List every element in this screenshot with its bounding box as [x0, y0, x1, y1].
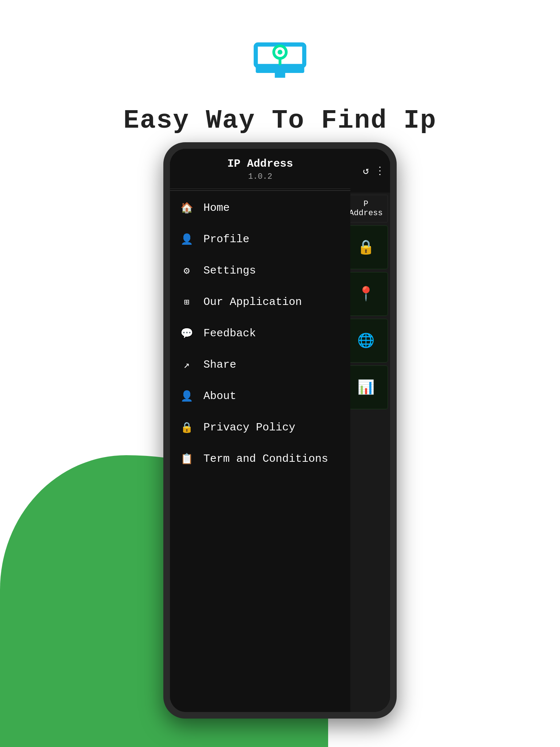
menu-about-label: About	[203, 390, 236, 402]
menu-item-privacy-policy[interactable]: 🔒 Privacy Policy	[170, 412, 350, 443]
drawer-app-title: IP Address	[180, 158, 340, 170]
globe-icon: 🌐	[357, 332, 374, 349]
menu-privacy-label: Privacy Policy	[203, 421, 295, 434]
svg-point-4	[277, 50, 282, 54]
drawer-menu: 🏠 Home 👤 Profile ⚙️ Settings ⊞ Our Appli…	[170, 192, 350, 475]
top-section: Easy Way To Find Ip	[0, 0, 560, 158]
menu-share-label: Share	[203, 359, 236, 371]
settings-icon: ⚙️	[180, 264, 193, 277]
menu-settings-label: Settings	[203, 264, 256, 277]
svg-rect-1	[275, 73, 285, 78]
menu-item-profile[interactable]: 👤 Profile	[170, 224, 350, 255]
menu-feedback-label: Feedback	[203, 327, 256, 340]
app-logo	[244, 22, 316, 95]
menu-item-terms[interactable]: 📋 Term and Conditions	[170, 443, 350, 475]
menu-item-settings[interactable]: ⚙️ Settings	[170, 255, 350, 286]
headline-text: Easy Way To Find Ip	[124, 106, 437, 136]
menu-item-feedback[interactable]: 💬 Feedback	[170, 318, 350, 349]
more-options-icon[interactable]: ⋮	[375, 165, 385, 177]
phone-screen: VoLTE VoLTE 📶 7.2	[170, 149, 390, 712]
about-icon: 👤	[180, 390, 193, 402]
phone-outer: VoLTE VoLTE 📶 7.2	[163, 142, 397, 719]
location-icon: 📍	[357, 286, 374, 302]
refresh-icon[interactable]: ↺	[363, 165, 369, 177]
menu-terms-label: Term and Conditions	[203, 453, 328, 465]
privacy-icon: 🔒	[180, 421, 193, 434]
menu-our-application-label: Our Application	[203, 296, 302, 308]
drawer-version: 1.0.2	[180, 172, 340, 181]
share-icon: ↗	[180, 359, 193, 371]
navigation-drawer: IP Address 1.0.2 🏠 Home 👤 Profile	[170, 149, 350, 712]
menu-item-our-application[interactable]: ⊞ Our Application	[170, 286, 350, 318]
lock-icon: 🔒	[357, 239, 374, 256]
drawer-divider	[170, 190, 350, 191]
menu-home-label: Home	[203, 202, 230, 214]
chart-icon: 📊	[357, 379, 374, 396]
menu-item-home[interactable]: 🏠 Home	[170, 192, 350, 224]
menu-profile-label: Profile	[203, 233, 249, 245]
grid-icon: ⊞	[180, 297, 193, 307]
phone-mockup: VoLTE VoLTE 📶 7.2	[163, 142, 397, 719]
feedback-icon: 💬	[180, 327, 193, 340]
menu-item-share[interactable]: ↗ Share	[170, 349, 350, 380]
drawer-header: IP Address 1.0.2	[170, 149, 350, 189]
home-icon: 🏠	[180, 202, 193, 214]
profile-icon: 👤	[180, 233, 193, 245]
menu-item-about[interactable]: 👤 About	[170, 380, 350, 412]
terms-icon: 📋	[180, 453, 193, 465]
